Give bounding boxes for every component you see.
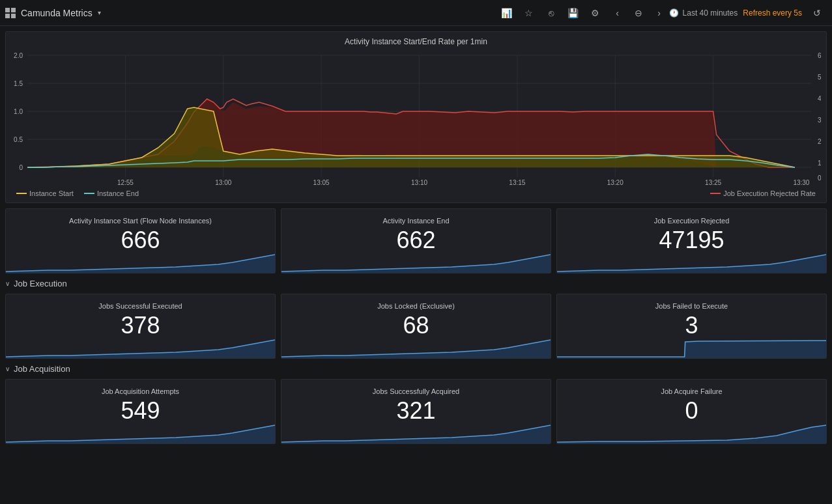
legend-left: Instance Start Instance End [16, 189, 139, 197]
legend-instance-start: Instance Start [16, 189, 74, 197]
svg-text:13:30: 13:30 [793, 179, 809, 186]
sparkline-svg [281, 339, 551, 358]
activity-instance-end-title: Activity Instance End [291, 217, 541, 225]
chart-legend: Instance Start Instance End Job Executio… [11, 187, 821, 197]
job-acquire-failure-value: 0 [566, 399, 817, 423]
svg-text:20: 20 [818, 138, 821, 145]
chevron-down-icon[interactable]: ▾ [98, 9, 101, 16]
jobs-locked-exclusive-value: 68 [291, 314, 541, 337]
jobs-successful-executed-sparkline [6, 339, 275, 358]
nav-next-button[interactable]: › [650, 3, 669, 23]
chart-svg: 2.0 1.5 1.0 0.5 0 60 50 40 30 20 10 0 [11, 50, 821, 187]
svg-marker-39 [557, 341, 826, 358]
navbar-right: 🕐 Last 40 minutes Refresh every 5s ↺ [669, 3, 827, 23]
app-title: Camunda Metrics [21, 8, 93, 18]
sparkline-svg [557, 253, 826, 273]
stat-card-jobs-successfully-acquired: Jobs Successfully Acquired321 [281, 379, 551, 444]
jobs-failed-to-execute-title: Jobs Failed to Execute [566, 302, 817, 310]
job-execution-rejected-sparkline [557, 253, 826, 273]
nav-prev-button[interactable]: ‹ [608, 3, 627, 23]
jobs-successfully-acquired-sparkline [281, 424, 551, 443]
share-button[interactable]: ⎋ [541, 3, 561, 23]
add-panel-button[interactable]: 📊 [497, 3, 517, 23]
svg-text:12:55: 12:55 [117, 179, 134, 186]
svg-text:40: 40 [818, 95, 821, 102]
svg-text:10: 10 [818, 160, 821, 167]
svg-text:13:10: 13:10 [411, 179, 427, 186]
job-execution-toggle[interactable]: ∨ [5, 280, 10, 287]
chart-area: 2.0 1.5 1.0 0.5 0 60 50 40 30 20 10 0 [11, 50, 821, 187]
job-rejected-label: Job Execution Rejected Rate [723, 189, 816, 197]
refresh-label[interactable]: Refresh every 5s [743, 8, 802, 18]
jobs-successfully-acquired-title: Jobs Successfully Acquired [291, 387, 541, 395]
main-content: Activity Instance Start/End Rate per 1mi… [0, 26, 832, 453]
job-acquisition-section-header: ∨ Job Acquisition [5, 363, 827, 375]
svg-text:13:15: 13:15 [509, 179, 525, 186]
chart-title: Activity Instance Start/End Rate per 1mi… [11, 37, 821, 46]
job-acquire-failure-title: Job Acquire Failure [566, 387, 817, 395]
svg-text:0: 0 [19, 164, 23, 171]
stat-card-job-execution-rejected: Job Execution Rejected47195 [556, 208, 827, 273]
activity-instance-start-title: Activity Instance Start (Flow Node Insta… [15, 217, 266, 225]
svg-text:30: 30 [818, 117, 821, 124]
legend-instance-end: Instance End [84, 189, 139, 197]
settings-button[interactable]: ⚙ [586, 3, 605, 23]
jobs-successfully-acquired-value: 321 [291, 399, 541, 423]
navbar-left: Camunda Metrics ▾ [5, 8, 497, 18]
instance-start-color [16, 193, 27, 194]
svg-text:0: 0 [818, 175, 821, 182]
stat-card-job-acquire-failure: Job Acquire Failure0 [556, 379, 827, 444]
sparkline-svg [6, 339, 275, 358]
top-stats-grid: Activity Instance Start (Flow Node Insta… [5, 208, 827, 273]
jobs-successful-executed-value: 378 [15, 314, 266, 337]
stat-card-activity-instance-start: Activity Instance Start (Flow Node Insta… [5, 208, 276, 273]
navbar: Camunda Metrics ▾ 📊 ☆ ⎋ 💾 ⚙ ‹ ⊖ › 🕐 Last… [0, 0, 832, 26]
stat-card-activity-instance-end: Activity Instance End662 [281, 208, 551, 273]
activity-instance-end-sparkline [281, 253, 551, 273]
navbar-center: 📊 ☆ ⎋ 💾 ⚙ ‹ ⊖ › [497, 3, 669, 23]
stat-card-job-acquisition-attempts: Job Acquisition Attempts549 [5, 379, 276, 444]
jobs-failed-to-execute-value: 3 [566, 314, 817, 337]
jobs-failed-to-execute-sparkline [557, 339, 826, 358]
activity-instance-end-value: 662 [291, 229, 541, 252]
refresh-button[interactable]: ↺ [807, 3, 827, 23]
time-range-selector[interactable]: 🕐 Last 40 minutes [669, 8, 738, 18]
jobs-successful-executed-title: Jobs Successful Executed [15, 302, 266, 310]
clock-icon: 🕐 [669, 8, 679, 18]
grid-icon[interactable] [5, 8, 16, 18]
activity-instance-start-value: 666 [15, 229, 266, 252]
job-execution-section-header: ∨ Job Execution [5, 277, 827, 290]
job-acquisition-attempts-title: Job Acquisition Attempts [15, 387, 266, 395]
star-button[interactable]: ☆ [519, 3, 539, 23]
svg-text:13:25: 13:25 [705, 179, 721, 186]
job-acquisition-attempts-value: 549 [15, 399, 266, 423]
chart-panel: Activity Instance Start/End Rate per 1mi… [5, 31, 827, 203]
jobs-locked-exclusive-title: Jobs Locked (Exclusive) [291, 302, 541, 310]
instance-end-color [84, 193, 94, 194]
svg-text:0.5: 0.5 [14, 136, 23, 143]
job-acquisition-toggle[interactable]: ∨ [5, 365, 10, 372]
sparkline-svg [6, 253, 275, 273]
job-execution-rejected-value: 47195 [566, 229, 817, 252]
svg-text:13:00: 13:00 [215, 179, 231, 186]
instance-end-label: Instance End [97, 189, 139, 197]
nav-zoom-button[interactable]: ⊖ [629, 3, 648, 23]
instance-start-label: Instance Start [29, 189, 74, 197]
activity-instance-start-sparkline [6, 253, 275, 273]
job-rejected-color [710, 193, 721, 194]
job-execution-rejected-title: Job Execution Rejected [566, 217, 817, 225]
job-execution-label: Job Execution [14, 279, 67, 288]
svg-text:13:20: 13:20 [607, 179, 624, 186]
svg-text:50: 50 [818, 74, 821, 81]
save-button[interactable]: 💾 [564, 3, 583, 23]
nav-arrows: ‹ ⊖ › [608, 3, 669, 23]
svg-text:60: 60 [818, 52, 821, 59]
sparkline-svg [6, 424, 275, 443]
job-acquisition-attempts-sparkline [6, 424, 275, 443]
sparkline-svg [557, 339, 826, 358]
sparkline-svg [281, 253, 551, 273]
stat-card-jobs-successful-executed: Jobs Successful Executed378 [5, 294, 276, 359]
job-acquisition-label: Job Acquisition [14, 364, 70, 374]
time-range-label: Last 40 minutes [683, 8, 738, 18]
svg-text:13:05: 13:05 [313, 179, 330, 186]
